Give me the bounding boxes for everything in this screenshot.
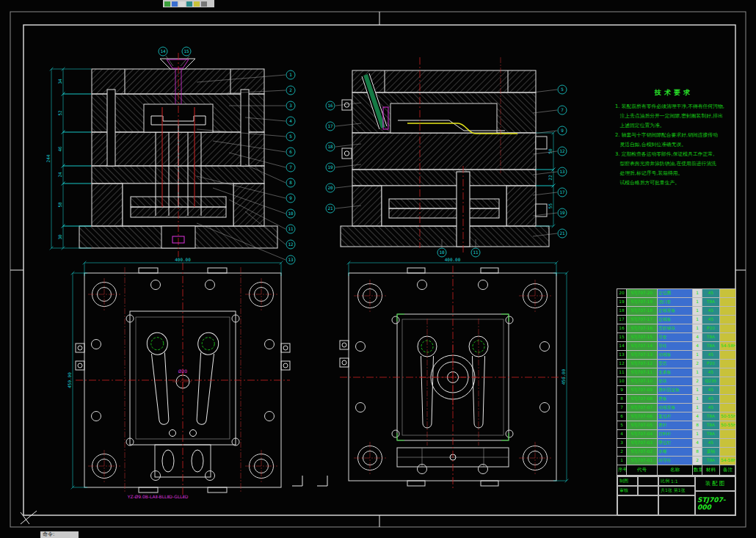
tech-requirements-lines: 1. 装配前所有零件必须清理干净,不得有任何污物, 注上去点油后分开一定间隙,密… [615,102,733,188]
bom-row: 13STJ707-13动模板145 [617,351,736,360]
svg-text:2: 2 [289,87,292,92]
guide-pillar-left [107,90,115,166]
title-block: 制图 审核 比例 1:1 共1张 第1张 装配图 STJ707-000 [617,476,735,515]
cooling-fittings [340,341,349,367]
bom-row: 5STJ707-05推杆8T8A50-55HRC [617,421,736,430]
svg-text:55: 55 [548,203,553,209]
svg-text:21: 21 [327,206,333,211]
undo-icon[interactable] [194,1,200,7]
svg-text:1: 1 [289,72,292,77]
scale-field: 比例 1:1 [658,476,695,486]
tech-requirements-title: 技术要求 [615,88,733,98]
svg-text:16: 16 [327,103,333,108]
bom-row: 14STJ707-14导柱4T8A54-58HRC [617,342,736,351]
cavity-block [390,103,497,133]
plan-view-moving-half: Ø20 YZ-Ø9.0B-LAⅡ-BLLⅡD-GLLⅡD 400.00450.0… [67,257,290,500]
svg-text:400.00: 400.00 [445,257,461,262]
cavity-note: Ø20 [178,368,188,374]
svg-text:9: 9 [289,195,292,200]
svg-text:17: 17 [327,123,333,128]
bom-row: 3STJ707-03限位钉445 [617,439,736,448]
svg-text:3: 3 [289,103,292,108]
scale-value: 1:1 [671,479,678,484]
bom-table: 20STJ707-20定位圈14519STJ707-19浇口套1T8A18STJ… [617,288,736,476]
svg-text:52: 52 [57,110,62,116]
svg-text:8: 8 [289,180,292,185]
cavity-outline-right [191,332,219,425]
svg-text:10: 10 [439,250,445,255]
svg-text:13: 13 [288,257,294,262]
bom-header-row: 序号代号名称数量材料备注 [617,465,736,476]
tech-requirement-line: 型腔表面光滑并涂防锈油,在使用前进行清洗 [615,159,733,169]
svg-text:244: 244 [46,154,51,162]
bom-row: 12STJ707-12型芯2P20 [617,360,736,368]
redo-icon[interactable] [201,1,207,7]
sprue-bushing [160,59,195,69]
save-icon[interactable] [179,1,185,7]
svg-text:14: 14 [160,48,166,54]
bom-row: 9STJ707-09推杆固定板145 [617,386,736,395]
bom-row: 15STJ707-15导套4T8A [617,333,736,342]
svg-text:400.00: 400.00 [175,257,191,262]
svg-text:21: 21 [559,230,565,236]
check-label: 审核 [617,486,638,495]
svg-text:22: 22 [548,175,553,181]
bom-row: 1STJ707-01斜导柱2T8A54-58HRC [617,457,736,465]
design-label: 制图 [617,476,638,486]
scale-label: 比例 [661,478,669,484]
dimensions-plan-moving: 400.00450.00 [67,257,283,490]
dimensions-section-a: 345246245830244 [46,68,91,250]
bom-row: 7STJ707-07动模座板145 [617,404,736,412]
bom-row: 8STJ707-08推板145 [617,395,736,404]
svg-text:12: 12 [288,241,294,247]
svg-text:450.00: 450.00 [67,372,72,388]
bom-row: 17STJ707-17定模板145 [617,316,736,324]
svg-text:24: 24 [57,172,62,178]
sheet-count-field: 共1张 第1张 [658,486,695,495]
commandline-fragment[interactable]: 命令: [40,531,79,538]
tech-requirement-line: 注上去点油后分开一定间隙,密封圈装制好,排出 [615,112,733,121]
tech-requirement-line: 试模合格后方可批量生产。 [615,178,733,188]
technical-requirements: 技术要求 1. 装配前所有零件必须清理干净,不得有任何污物, 注上去点油后分开一… [615,88,733,188]
svg-text:13: 13 [559,169,565,174]
open-icon[interactable] [172,1,178,7]
command-label: 命令: [43,531,54,537]
svg-text:10: 10 [288,211,294,216]
bom-row: 20STJ707-20定位圈145 [617,289,736,298]
svg-text:58: 58 [57,202,62,208]
svg-text:7: 7 [289,164,292,170]
plan-view-fixed-half: 400.00450.00 [340,257,568,491]
svg-text:19: 19 [559,210,565,215]
svg-text:17: 17 [559,189,565,195]
bom-row: 2STJ707-02水嘴8黄铜 [617,448,736,457]
bom-row: 18STJ707-18定模座板145 [617,307,736,316]
svg-text:6: 6 [289,149,292,154]
guide-bushings [354,280,551,474]
section-arrow-marks [292,476,327,486]
bom-row: 11STJ707-11支承板145 [617,368,736,377]
bom-row: 16STJ707-16型腔镶块1P20 [617,324,736,333]
tech-requirement-line: 上述固定位置为准。 [615,121,733,131]
spare-cell-2 [658,495,695,516]
bom-row: 4STJ707-04拉料杆1T8A [617,430,736,439]
drawing-title: 装配图 [695,476,736,491]
bom-parts-list: 20STJ707-20定位圈14519STJ707-19浇口套1T8A18STJ… [617,288,735,476]
svg-text:19: 19 [327,164,333,170]
svg-text:18: 18 [327,144,333,149]
new-icon[interactable] [164,1,170,7]
svg-text:20: 20 [327,185,333,190]
bom-row: 10STJ707-10垫块2Q235 [617,377,736,386]
svg-text:50: 50 [548,148,553,154]
toolbar-fragment [163,0,214,7]
guide-pillar-right [241,90,249,166]
svg-text:11: 11 [473,250,479,255]
design-name-cell [638,476,658,486]
spare-cell [617,495,658,516]
svg-text:7: 7 [561,107,564,112]
gate-code-note: YZ-Ø9.0B-LAⅡ-BLLⅡD-GLLⅡD [127,494,189,499]
check-name-cell [638,486,658,495]
section-view-a: 345246245830244 123456789101112131415 [46,47,295,264]
print-icon[interactable] [186,1,192,7]
drawing-number: STJ707-000 [695,491,736,516]
svg-text:34: 34 [57,79,62,84]
